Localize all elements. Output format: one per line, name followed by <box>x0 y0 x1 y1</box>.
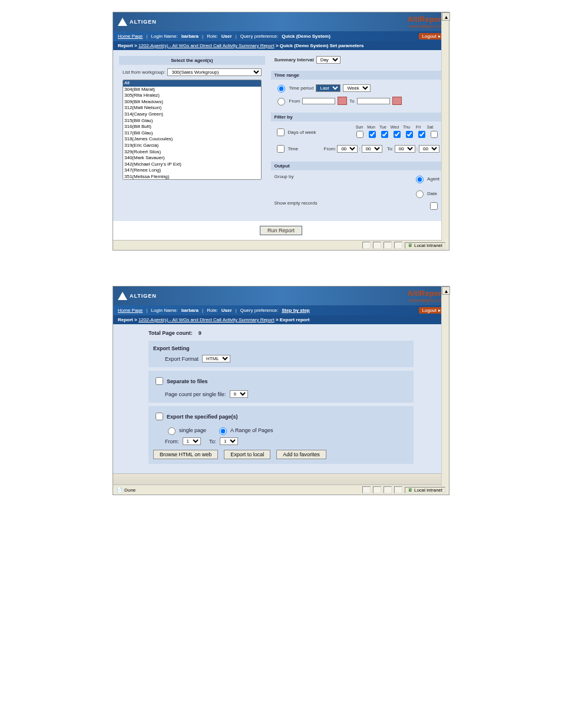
browse-html-button[interactable]: Browse HTML on web <box>153 450 218 459</box>
day-tue-checkbox[interactable] <box>381 131 388 138</box>
export-format-select[interactable]: HTML <box>202 355 230 363</box>
day-fri-checkbox[interactable] <box>418 131 425 138</box>
output-title: Output <box>271 162 444 170</box>
logout-arrow-icon: ▸ <box>438 34 441 39</box>
pref-link[interactable]: Step by step <box>282 308 310 313</box>
workgroup-select[interactable]: 300(Sales Workgroup) <box>167 68 261 76</box>
time-from-mm[interactable]: 00 <box>362 145 382 153</box>
days-header: SunMonTueWedThuFriSat <box>354 125 439 129</box>
day-sun-checkbox[interactable] <box>356 131 363 138</box>
status-intranet: 🖥 Local intranet <box>405 242 445 249</box>
run-report-button[interactable]: Run Report <box>260 226 302 235</box>
logo-icon <box>118 18 127 26</box>
page-count-select[interactable]: 9 <box>230 390 248 398</box>
to-label: To <box>349 98 354 104</box>
logo-icon <box>118 292 127 300</box>
list-from-wg-label: List from workgroup: <box>123 70 165 75</box>
time-period-qty-select[interactable]: Last <box>316 84 340 92</box>
time-period-unit-select[interactable]: Week <box>343 84 371 92</box>
day-wed-checkbox[interactable] <box>394 131 401 138</box>
pref-label: Query preference: <box>240 34 278 39</box>
status-zone-icon <box>384 486 392 493</box>
time-range-title: Time range <box>271 71 444 80</box>
time-filter-checkbox[interactable] <box>277 145 285 153</box>
status-bar: 🖥 Local intranet <box>113 240 449 250</box>
total-pages-value: 9 <box>199 330 201 336</box>
crumb-tail: > Export report <box>276 317 310 322</box>
group-agent-radio[interactable] <box>416 176 424 183</box>
export-pages-checkbox[interactable] <box>156 413 163 420</box>
export-pages-box: Export the specified page(s) single page… <box>148 406 414 464</box>
status-intranet: 🖥 Local intranet <box>405 487 445 493</box>
from-date-input[interactable] <box>302 98 335 104</box>
logout-button[interactable]: Logout▸ <box>419 307 444 314</box>
status-zone-icon <box>362 486 371 493</box>
nav-bar: Home Page | Login Name: barbara | Role: … <box>113 31 449 41</box>
brand-block: AltiReport www.altigen.com <box>407 15 444 29</box>
day-thu-checkbox[interactable] <box>406 131 413 138</box>
day-mon-checkbox[interactable] <box>369 131 376 138</box>
export-setting-title: Export Setting <box>153 345 409 351</box>
crumb-report-link[interactable]: 1202-Agent(s) - All WGs and Direct Call … <box>138 317 275 322</box>
summary-interval-select[interactable]: Day <box>316 56 340 64</box>
time-period-radio[interactable] <box>277 85 285 93</box>
scroll-up-arrow[interactable]: ▴ <box>442 286 450 295</box>
status-zone-icon <box>394 486 402 493</box>
brand-url: www.altigen.com <box>407 24 444 29</box>
logo: ALTIGEN <box>118 292 157 300</box>
agent-listbox[interactable]: All 304(Bill Marat) 305(Rita Hiralez) 30… <box>123 80 262 180</box>
single-page-radio[interactable] <box>168 427 176 435</box>
days-of-week-checkbox[interactable] <box>277 129 285 136</box>
filter-by-title: Filter by <box>271 113 444 121</box>
nav-bar: Home Page | Login Name: barbara | Role: … <box>113 305 449 315</box>
intranet-icon: 🖥 <box>408 243 412 248</box>
group-by-label: Group by <box>275 174 294 198</box>
day-sat-checkbox[interactable] <box>431 131 438 138</box>
from-page-select[interactable]: 1 <box>183 437 201 445</box>
group-date-radio[interactable] <box>416 190 424 198</box>
to-page-select[interactable]: 1 <box>220 437 238 445</box>
header-strip: ALTIGEN AltiReport www.altigen.com <box>113 286 449 305</box>
logo-text: ALTIGEN <box>130 19 157 25</box>
separate-files-checkbox[interactable] <box>156 377 163 385</box>
export-format-label: Export Format <box>165 356 199 362</box>
time-to-hh[interactable]: 00 <box>395 145 415 153</box>
role-label: Role: <box>207 308 218 313</box>
done-icon: 📄 <box>117 487 123 493</box>
from-to-radio[interactable] <box>277 98 285 106</box>
crumb-tail: > Quick (Demo System) Set parameters <box>276 43 364 48</box>
altireport-export-window: ▴ ALTIGEN AltiReport www.altigen.com Hom… <box>113 286 449 495</box>
calendar-icon[interactable] <box>392 97 402 105</box>
calendar-icon[interactable] <box>338 97 347 105</box>
add-favorites-button[interactable]: Add to favorites <box>276 450 326 459</box>
show-empty-checkbox[interactable] <box>430 202 438 210</box>
altireport-params-window: ▴ ALTIGEN AltiReport www.altigen.com Hom… <box>113 12 449 251</box>
export-content: Total Page count: 9 Export Setting Expor… <box>113 324 449 473</box>
show-empty-label: Show empty records <box>275 200 318 212</box>
login-label: Login Name: <box>151 308 177 313</box>
time-from-hh[interactable]: 00 <box>337 145 358 153</box>
home-link[interactable]: Home Page <box>118 308 143 313</box>
bottom-spacer <box>113 473 449 485</box>
from-label: From <box>289 98 300 104</box>
to-date-input[interactable] <box>357 98 390 104</box>
logout-button[interactable]: Logout▸ <box>419 33 444 39</box>
range-pages-radio[interactable] <box>219 427 227 435</box>
logo: ALTIGEN <box>118 18 157 26</box>
time-to-mm[interactable]: 00 <box>419 145 439 153</box>
summary-interval-label: Summary Interval <box>275 57 314 62</box>
status-bar: 📄 Done 🖥 Local intranet <box>113 485 449 495</box>
brand-url: www.altigen.com <box>407 298 444 303</box>
role-value: User <box>222 308 232 313</box>
time-period-label: Time period <box>289 85 314 91</box>
export-local-button[interactable]: Export to local <box>224 450 270 459</box>
logo-text: ALTIGEN <box>130 293 157 299</box>
vertical-scrollbar[interactable]: ▴ <box>441 12 449 242</box>
login-label: Login Name: <box>151 34 177 39</box>
status-zone-icon <box>373 486 381 493</box>
vertical-scrollbar[interactable]: ▴ <box>441 286 449 486</box>
home-link[interactable]: Home Page <box>118 34 143 39</box>
scroll-up-arrow[interactable]: ▴ <box>442 12 450 21</box>
crumb-report-link[interactable]: 1202-Agent(s) - All WGs and Direct Call … <box>138 43 275 48</box>
select-agents-title: Select the agent(s) <box>119 56 265 65</box>
